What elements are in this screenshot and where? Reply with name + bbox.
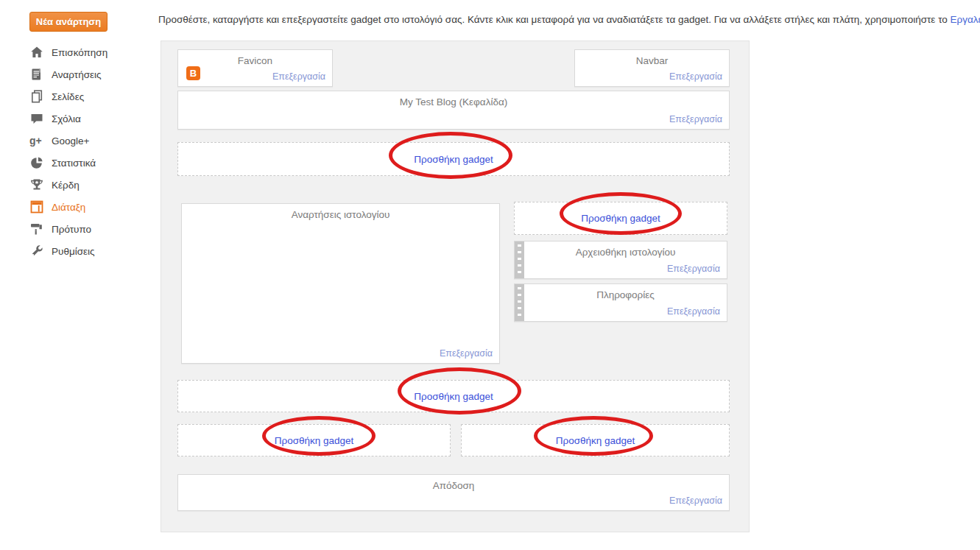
add-gadget-slot-top: Προσθήκη gadget	[177, 142, 730, 176]
stats-icon	[29, 156, 43, 169]
sidebar-item-label: Πρότυπο	[52, 224, 91, 235]
edit-link[interactable]: Επεξεργασία	[667, 306, 720, 317]
layout-icon	[29, 200, 43, 214]
edit-link[interactable]: Επεξεργασία	[440, 348, 493, 359]
widget-blog-posts[interactable]: Αναρτήσεις ιστολογίου Επεξεργασία	[181, 203, 500, 364]
sidebar-item-label: Google+	[52, 135, 89, 147]
widget-title: Αρχειοθήκη ιστολογίου	[524, 241, 727, 258]
widget-title: Navbar	[575, 50, 729, 66]
home-icon	[29, 46, 43, 59]
sidebar-item-label: Κέρδη	[52, 180, 80, 191]
svg-text:g+: g+	[29, 135, 42, 147]
earnings-icon	[29, 178, 43, 191]
widget-title: Favicon	[178, 50, 332, 66]
sidebar-item-comments[interactable]: Σχόλια	[29, 107, 107, 130]
add-gadget-link[interactable]: Προσθήκη gadget	[414, 154, 493, 165]
page-description: Προσθέστε, καταργήστε και επεξεργαστείτε…	[158, 14, 980, 25]
sidebar-item-label: Στατιστικά	[52, 158, 96, 169]
sidebar-item-label: Ρυθμίσεις	[52, 246, 95, 257]
add-gadget-slot-bottom: Προσθήκη gadget	[177, 380, 730, 412]
edit-link[interactable]: Επεξεργασία	[669, 71, 722, 82]
add-gadget-link[interactable]: Προσθήκη gadget	[581, 213, 660, 224]
widget-favicon[interactable]: Favicon B Επεξεργασία	[177, 49, 333, 87]
new-post-button[interactable]: Νέα ανάρτηση	[29, 12, 107, 32]
description-text: Προσθέστε, καταργήστε και επεξεργαστείτε…	[158, 14, 951, 25]
sidebar-nav: Επισκόπηση Αναρτήσεις Σελίδες Σχόλια g+ …	[29, 41, 107, 262]
sidebar-item-googleplus[interactable]: g+ Google+	[29, 130, 107, 152]
tool-link[interactable]: Εργαλείο	[951, 14, 980, 25]
widget-title: My Test Blog (Κεφαλίδα)	[178, 91, 729, 107]
sidebar-item-label: Σελίδες	[52, 91, 84, 102]
posts-icon	[29, 68, 43, 81]
sidebar-item-layout[interactable]: Διάταξη	[29, 196, 107, 218]
drag-dots	[518, 244, 521, 275]
googleplus-icon: g+	[29, 134, 43, 147]
add-gadget-link[interactable]: Προσθήκη gadget	[275, 435, 354, 446]
sidebar-item-label: Αναρτήσεις	[52, 69, 102, 80]
sidebar-item-label: Επισκόπηση	[52, 47, 107, 58]
pages-icon	[29, 90, 43, 103]
sidebar-item-label: Διάταξη	[52, 202, 85, 213]
drag-dots	[518, 287, 521, 318]
edit-link[interactable]: Επεξεργασία	[669, 114, 722, 124]
sidebar-item-overview[interactable]: Επισκόπηση	[29, 41, 107, 63]
settings-icon	[29, 244, 43, 258]
drag-handle[interactable]	[515, 284, 524, 321]
template-icon	[29, 222, 43, 236]
widget-blog-archive[interactable]: Αρχειοθήκη ιστολογίου Επεξεργασία	[514, 241, 727, 279]
widget-title: Απόδοση	[178, 475, 729, 491]
blogger-layout-page: Νέα ανάρτηση Επισκόπηση Αναρτήσεις Σελίδ…	[0, 0, 980, 550]
sidebar-item-stats[interactable]: Στατιστικά	[29, 152, 107, 174]
blogger-icon: B	[186, 66, 200, 80]
sidebar-item-posts[interactable]: Αναρτήσεις	[29, 63, 107, 85]
sidebar-item-earnings[interactable]: Κέρδη	[29, 174, 107, 196]
edit-link[interactable]: Επεξεργασία	[669, 496, 722, 506]
sidebar-item-template[interactable]: Πρότυπο	[29, 218, 107, 240]
add-gadget-slot-footer-left: Προσθήκη gadget	[177, 424, 451, 456]
edit-link[interactable]: Επεξεργασία	[272, 71, 325, 82]
widget-header[interactable]: My Test Blog (Κεφαλίδα) Επεξεργασία	[177, 91, 730, 130]
layout-canvas: Favicon B Επεξεργασία Navbar Επεξεργασία…	[161, 40, 750, 532]
sidebar-item-pages[interactable]: Σελίδες	[29, 85, 107, 107]
widget-about[interactable]: Πληροφορίες Επεξεργασία	[514, 283, 727, 322]
add-gadget-slot-footer-right: Προσθήκη gadget	[461, 424, 730, 456]
widget-navbar[interactable]: Navbar Επεξεργασία	[574, 49, 730, 87]
widget-attribution[interactable]: Απόδοση Επεξεργασία	[177, 474, 730, 511]
add-gadget-link[interactable]: Προσθήκη gadget	[414, 391, 493, 402]
widget-title: Πληροφορίες	[524, 284, 727, 300]
drag-handle[interactable]	[515, 241, 524, 278]
comments-icon	[29, 112, 43, 125]
sidebar-item-settings[interactable]: Ρυθμίσεις	[29, 240, 107, 262]
add-gadget-slot-sidebar: Προσθήκη gadget	[514, 202, 727, 235]
widget-title: Αναρτήσεις ιστολογίου	[182, 204, 499, 220]
edit-link[interactable]: Επεξεργασία	[667, 264, 720, 274]
sidebar-item-label: Σχόλια	[52, 113, 81, 124]
add-gadget-link[interactable]: Προσθήκη gadget	[556, 435, 635, 446]
